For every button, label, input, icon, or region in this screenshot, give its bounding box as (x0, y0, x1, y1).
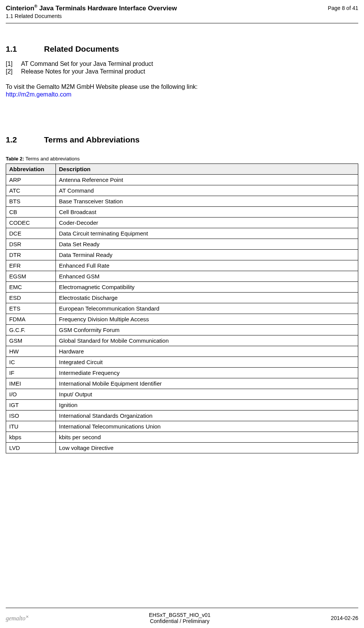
abbreviations-table: Abbreviation Description ARPAntenna Refe… (6, 164, 358, 453)
cell-desc: Global Standard for Mobile Communication (56, 335, 358, 346)
cell-desc: Intermediate Frequency (56, 367, 358, 378)
cell-abbr: G.C.F. (6, 324, 56, 335)
table-row: I/OInput/ Output (6, 389, 358, 399)
cell-desc: Data Set Ready (56, 239, 358, 249)
page-number: Page 8 of 41 (328, 5, 358, 11)
section-title-2: Terms and Abbreviations (44, 135, 140, 144)
cell-abbr: HW (6, 346, 56, 357)
cell-desc: Ignition (56, 399, 358, 410)
cell-abbr: ESD (6, 292, 56, 303)
table-row: DTRData Terminal Ready (6, 249, 358, 260)
table-row: IFIntermediate Frequency (6, 367, 358, 378)
table-row: EGSMEnhanced GSM (6, 271, 358, 281)
cell-desc: AT Command (56, 185, 358, 196)
cell-abbr: IC (6, 357, 56, 367)
website-link[interactable]: http://m2m.gemalto.com (6, 91, 358, 98)
page-content: 1.1Related Documents [1]AT Command Set f… (0, 23, 364, 453)
cell-abbr: IGT (6, 399, 56, 410)
ref-item: [2]Release Notes for your Java Terminal … (6, 68, 358, 75)
page-footer: gemalto✕ EHSxT_BGS5T_HIO_v01 Confidentia… (0, 608, 364, 624)
cell-abbr: EGSM (6, 271, 56, 281)
table-row: GSMGlobal Standard for Mobile Communicat… (6, 335, 358, 346)
col-header-desc: Description (56, 164, 358, 174)
cell-desc: Cell Broadcast (56, 206, 358, 217)
footer-center: EHSxT_BGS5T_HIO_v01 Confidential / Preli… (149, 612, 211, 624)
cell-desc: Electromagnetic Compatibility (56, 281, 358, 292)
ref-text: Release Notes for your Java Terminal pro… (21, 68, 145, 75)
cell-abbr: ITU (6, 421, 56, 432)
table-row: FDMAFrequency Division Multiple Access (6, 314, 358, 324)
gemalto-logo: gemalto (6, 615, 26, 621)
footer-logo: gemalto✕ (6, 615, 29, 622)
body-text: To visit the Gemalto M2M GmbH Website pl… (6, 83, 358, 90)
cell-abbr: ISO (6, 410, 56, 421)
caption-text: Terms and abbreviations (24, 156, 80, 162)
registered-mark: ® (34, 4, 38, 8)
cell-abbr: I/O (6, 389, 56, 399)
section-heading-2: 1.2Terms and Abbreviations (6, 135, 358, 144)
table-row: kbpskbits per second (6, 432, 358, 442)
cell-abbr: kbps (6, 432, 56, 442)
table-row: EFREnhanced Full Rate (6, 260, 358, 271)
table-row: ESDElectrostatic Discharge (6, 292, 358, 303)
table-row: CODECCoder-Decoder (6, 217, 358, 228)
cell-abbr: LVD (6, 442, 56, 453)
table-row: G.C.F.GSM Conformity Forum (6, 324, 358, 335)
table-row: IMEIInternational Mobile Equipment Ident… (6, 378, 358, 389)
cell-abbr: GSM (6, 335, 56, 346)
cell-abbr: FDMA (6, 314, 56, 324)
reference-list: [1]AT Command Set for your Java Terminal… (6, 61, 358, 75)
brand-name: Cinterion (6, 5, 34, 12)
col-header-abbr: Abbreviation (6, 164, 56, 174)
cell-desc: Hardware (56, 346, 358, 357)
section-num-2: 1.2 (6, 135, 44, 144)
cell-desc: Coder-Decoder (56, 217, 358, 228)
table-caption: Table 2: Terms and abbreviations (6, 156, 358, 162)
table-row: ETSEuropean Telecommunication Standard (6, 303, 358, 314)
table-row: ICIntegrated Circuit (6, 357, 358, 367)
logo-star: ✕ (26, 615, 29, 619)
cell-abbr: IMEI (6, 378, 56, 389)
cell-abbr: IF (6, 367, 56, 378)
cell-desc: Data Circuit terminating Equipment (56, 228, 358, 239)
cell-desc: International Mobile Equipment Identifie… (56, 378, 358, 389)
cell-desc: Integrated Circuit (56, 357, 358, 367)
cell-desc: International Standards Organization (56, 410, 358, 421)
cell-desc: Base Transceiver Station (56, 196, 358, 206)
table-row: ISOInternational Standards Organization (6, 410, 358, 421)
cell-abbr: DCE (6, 228, 56, 239)
caption-label: Table 2: (6, 156, 24, 162)
doc-title: Cinterion® Java Terminals Hardware Inter… (6, 4, 177, 12)
cell-desc: Enhanced Full Rate (56, 260, 358, 271)
table-row: DCEData Circuit terminating Equipment (6, 228, 358, 239)
cell-abbr: ATC (6, 185, 56, 196)
header-subtitle: 1.1 Related Documents (6, 13, 177, 19)
cell-desc: kbits per second (56, 432, 358, 442)
cell-desc: Frequency Division Multiple Access (56, 314, 358, 324)
cell-desc: Low voltage Directive (56, 442, 358, 453)
cell-abbr: ARP (6, 174, 56, 185)
table-row: ITUInternational Telecommunications Unio… (6, 421, 358, 432)
table-row: LVDLow voltage Directive (6, 442, 358, 453)
ref-item: [1]AT Command Set for your Java Terminal… (6, 61, 358, 67)
table-row: BTSBase Transceiver Station (6, 196, 358, 206)
page-header: Cinterion® Java Terminals Hardware Inter… (0, 0, 364, 21)
doc-id: EHSxT_BGS5T_HIO_v01 (149, 612, 211, 618)
cell-abbr: ETS (6, 303, 56, 314)
cell-desc: Enhanced GSM (56, 271, 358, 281)
title-rest: Java Terminals Hardware Interface Overvi… (38, 5, 177, 12)
cell-desc: GSM Conformity Forum (56, 324, 358, 335)
table-row: CBCell Broadcast (6, 206, 358, 217)
section-title-1: Related Documents (44, 44, 119, 53)
cell-desc: Data Terminal Ready (56, 249, 358, 260)
ref-bracket: [2] (6, 68, 21, 75)
cell-abbr: CODEC (6, 217, 56, 228)
cell-desc: International Telecommunications Union (56, 421, 358, 432)
section-num-1: 1.1 (6, 44, 44, 54)
table-row: DSRData Set Ready (6, 239, 358, 249)
cell-abbr: BTS (6, 196, 56, 206)
table-row: ATCAT Command (6, 185, 358, 196)
ref-bracket: [1] (6, 61, 21, 67)
cell-abbr: DSR (6, 239, 56, 249)
table-header-row: Abbreviation Description (6, 164, 358, 174)
